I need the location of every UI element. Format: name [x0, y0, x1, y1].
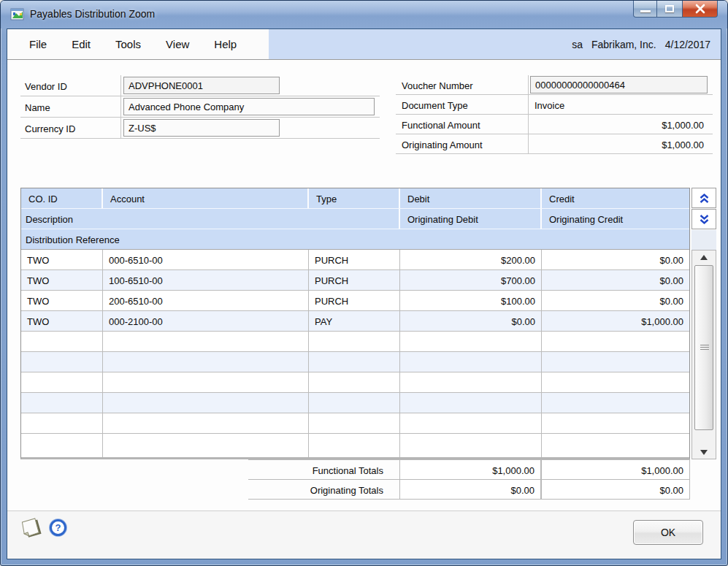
maximize-button[interactable] [657, 1, 683, 18]
cell-account: 100-6510-00 [103, 270, 309, 290]
scrollbar-spacer [691, 230, 716, 250]
ok-button[interactable]: OK [633, 520, 703, 545]
empty-row[interactable] [21, 413, 689, 434]
vendor-name-label: Name [25, 102, 50, 113]
cell-co-id: TWO [21, 250, 103, 269]
cell-type: PURCH [309, 291, 400, 310]
title-bar[interactable]: Payables Distribution Zoom [1, 1, 727, 28]
payables-distribution-zoom-window: Payables Distribution Zoom File Edit Too… [0, 0, 728, 566]
scroll-down-button[interactable] [692, 446, 716, 458]
cell-credit: $0.00 [542, 291, 689, 310]
voucher-number-label: Voucher Number [402, 80, 473, 91]
chevron-double-up-icon [698, 193, 710, 204]
cell-type: PURCH [309, 250, 400, 269]
window-title: Payables Distribution Zoom [30, 8, 155, 20]
originating-amount-row: Originating Amount $1,000.00 [396, 134, 713, 154]
empty-row[interactable] [21, 393, 689, 413]
app-icon [10, 7, 25, 20]
grid-header-row-1: CO. ID Account Type Debit Credit [21, 188, 689, 209]
cell-type: PURCH [309, 270, 400, 290]
status-area: sa Fabrikam, Inc. 4/12/2017 [269, 29, 721, 59]
originating-totals-row: Originating Totals $0.00 $0.00 [20, 480, 690, 500]
vertical-scrollbar[interactable] [691, 250, 716, 459]
scroll-up-icon [700, 255, 708, 260]
functional-amount-value: $1,000.00 [662, 120, 704, 131]
currency-id-label: Currency ID [25, 123, 75, 134]
empty-row[interactable] [21, 352, 689, 372]
totals-section: Functional Totals $1,000.00 $1,000.00 Or… [20, 459, 690, 500]
distribution-grid: CO. ID Account Type Debit Credit Descrip… [20, 188, 690, 459]
col-header-co-id[interactable]: CO. ID [21, 188, 103, 208]
window-controls [633, 1, 718, 18]
vendor-fields: Vendor ID ADVPHONE0001 Name Advanced Pho… [20, 75, 380, 139]
col-header-distribution-reference[interactable]: Distribution Reference [21, 229, 120, 249]
help-glyph: ? [55, 522, 61, 533]
help-icon[interactable]: ? [50, 519, 66, 536]
scroll-down-icon [700, 450, 708, 455]
col-header-type[interactable]: Type [309, 188, 400, 208]
cell-debit: $0.00 [400, 311, 542, 331]
document-type-value: Invoice [534, 100, 564, 111]
cell-account: 200-6510-00 [103, 291, 309, 310]
table-row[interactable]: TWO 000-6510-00 PURCH $200.00 $0.00 [21, 250, 689, 270]
cell-debit: $100.00 [400, 291, 542, 310]
expand-rows-button[interactable] [691, 209, 716, 229]
scrollbar-thumb[interactable] [694, 265, 713, 430]
functional-amount-label: Functional Amount [402, 120, 480, 131]
cell-credit: $0.00 [542, 250, 689, 269]
col-header-originating-debit[interactable]: Originating Debit [400, 209, 542, 229]
document-type-label: Document Type [402, 100, 468, 111]
empty-row[interactable] [21, 434, 689, 457]
client-area: File Edit Tools View Help sa Fabrikam, I… [7, 28, 721, 559]
col-header-debit[interactable]: Debit [400, 188, 542, 208]
originating-amount-value: $1,000.00 [662, 139, 704, 150]
col-header-credit[interactable]: Credit [542, 188, 689, 208]
menu-items: File Edit Tools View Help [7, 29, 269, 59]
close-button[interactable] [683, 1, 718, 18]
functional-totals-row: Functional Totals $1,000.00 $1,000.00 [20, 459, 690, 480]
table-row[interactable]: TWO 100-6510-00 PURCH $700.00 $0.00 [21, 270, 689, 291]
footer-bar: ? OK [7, 510, 721, 559]
col-header-account[interactable]: Account [103, 188, 309, 208]
cell-debit: $700.00 [400, 270, 542, 290]
vendor-id-field: ADVPHONE0001 [123, 77, 280, 94]
menu-help[interactable]: Help [214, 38, 237, 50]
grid-header-row-3: Distribution Reference [21, 229, 689, 250]
grid-header-row-2: Description Originating Debit Originatin… [21, 209, 689, 229]
voucher-number-field: 00000000000000464 [530, 76, 708, 93]
document-fields: Voucher Number 00000000000000464 Documen… [396, 75, 713, 154]
collapse-rows-button[interactable] [691, 188, 716, 208]
grid-body: TWO 000-6510-00 PURCH $200.00 $0.00 TWO … [21, 250, 689, 457]
originating-totals-credit: $0.00 [541, 479, 690, 500]
document-type-row: Document Type Invoice [396, 95, 713, 115]
functional-totals-debit: $1,000.00 [399, 459, 541, 480]
vendor-id-row: Vendor ID ADVPHONE0001 [20, 75, 380, 96]
close-icon [694, 4, 706, 15]
minimize-button[interactable] [633, 1, 657, 18]
menu-edit[interactable]: Edit [72, 38, 91, 50]
menu-file[interactable]: File [29, 38, 47, 50]
cell-account: 000-2100-00 [103, 311, 309, 331]
menu-tools[interactable]: Tools [115, 38, 141, 50]
vendor-name-row: Name Advanced Phone Company [20, 96, 380, 118]
table-row[interactable]: TWO 000-2100-00 PAY $0.00 $1,000.00 [21, 311, 689, 332]
functional-amount-row: Functional Amount $1,000.00 [396, 115, 713, 134]
chevron-double-down-icon [698, 214, 710, 225]
currency-id-row: Currency ID Z-US$ [20, 118, 380, 139]
col-header-description[interactable]: Description [21, 209, 400, 229]
note-icon[interactable] [19, 516, 44, 540]
vendor-id-label: Vendor ID [25, 81, 67, 92]
status-company: Fabrikam, Inc. [591, 39, 656, 50]
menu-view[interactable]: View [166, 38, 189, 50]
cell-account: 000-6510-00 [103, 250, 309, 269]
col-header-originating-credit[interactable]: Originating Credit [542, 209, 689, 229]
scroll-up-button[interactable] [692, 251, 716, 263]
table-row[interactable]: TWO 200-6510-00 PURCH $100.00 $0.00 [21, 291, 689, 311]
status-user: sa [572, 39, 583, 50]
maximize-icon [665, 5, 674, 12]
empty-row[interactable] [21, 372, 689, 393]
cell-credit: $1,000.00 [542, 311, 689, 331]
window-content: Vendor ID ADVPHONE0001 Name Advanced Pho… [7, 61, 721, 559]
empty-row[interactable] [21, 332, 689, 352]
status-date: 4/12/2017 [665, 39, 710, 50]
